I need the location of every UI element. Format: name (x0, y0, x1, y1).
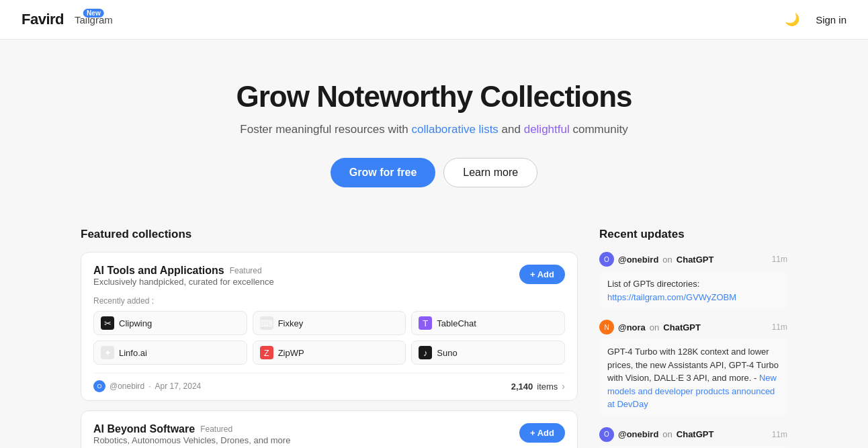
tool-name: Fixkey (278, 318, 304, 328)
badge-new: New (83, 9, 104, 17)
right-column: Recent updates O@onebird on ChatGPT11mLi… (599, 228, 787, 448)
update-collection-name: ChatGPT (663, 322, 701, 332)
nav-tailgram[interactable]: New Tailgram (75, 14, 113, 26)
collection-title-area: AI Tools and Applications Featured Exclu… (93, 265, 274, 294)
collection-card-ai-tools: AI Tools and Applications Featured Exclu… (81, 252, 578, 401)
hero-buttons: Grow for free Learn more (13, 158, 855, 187)
grow-for-free-button[interactable]: Grow for free (331, 158, 435, 187)
main-content: Featured collections AI Tools and Applic… (64, 214, 804, 448)
update-username: @onebird (618, 255, 658, 265)
update-avatar: O (599, 427, 614, 442)
learn-more-button[interactable]: Learn more (443, 158, 537, 187)
tool-grid-ai-tools: ✂Clipwing⌨FixkeyTTableChat✦Linfo.aiZZipW… (93, 311, 565, 365)
header-left: Favird New Tailgram (21, 11, 113, 28)
update-username: @onebird (618, 429, 658, 439)
highlight-collaborative: collaborative lists (411, 123, 498, 136)
collection-name-ai-tools: AI Tools and Applications (93, 265, 224, 277)
tool-name: Linfo.ai (119, 348, 147, 358)
tool-icon: Z (260, 346, 273, 359)
tool-name: Clipwing (119, 318, 152, 328)
highlight-delightful: delightful (524, 123, 570, 136)
update-item: O@onebird on ChatGPT11mIntroducing GPTs.… (599, 427, 787, 449)
tool-item[interactable]: ✦Linfo.ai (93, 341, 247, 365)
collection-footer-ai-tools: O @onebird · Apr 17, 2024 2,140 items › (93, 373, 565, 392)
add-button-ai-tools[interactable]: + Add (519, 265, 565, 284)
update-time: 11m (772, 430, 787, 439)
update-meta: O@onebird on ChatGPT11m (599, 252, 787, 267)
update-username: @nora (618, 322, 646, 332)
collection-card-ai-beyond: AI Beyond Software Featured Robotics, Au… (81, 410, 578, 448)
tool-icon: ✦ (101, 346, 114, 359)
left-column: Featured collections AI Tools and Applic… (81, 228, 578, 448)
update-meta: O@onebird on ChatGPT11m (599, 427, 787, 442)
item-count-ai-tools: 2,140 (511, 382, 533, 392)
tool-icon: T (419, 316, 432, 330)
header: Favird New Tailgram 🌙 Sign in (0, 0, 868, 40)
update-body: GPT-4 Turbo with 128K context and lower … (599, 339, 787, 418)
tool-item[interactable]: ZZipWP (253, 341, 406, 365)
update-link[interactable]: New models and developer products announ… (607, 373, 777, 409)
nav-tailgram-wrapper: New Tailgram (75, 14, 113, 26)
update-time: 11m (772, 255, 787, 264)
author-date-ai-tools: · (148, 382, 150, 391)
header-right: 🌙 Sign in (782, 9, 847, 30)
hero-section: Grow Noteworthy Collections Foster meani… (0, 40, 868, 214)
update-on: on (650, 322, 659, 332)
update-avatar: N (599, 320, 614, 334)
update-item: N@nora on ChatGPT11mGPT-4 Turbo with 128… (599, 320, 787, 418)
tool-name: ZipWP (278, 348, 304, 358)
collection-title-area-beyond: AI Beyond Software Featured Robotics, Au… (93, 423, 290, 448)
update-on: on (662, 429, 672, 439)
tool-name: TableChat (437, 318, 476, 328)
recently-added-ai-tools: Recently added : (93, 296, 565, 306)
collection-header-ai-beyond: AI Beyond Software Featured Robotics, Au… (93, 423, 565, 448)
tool-item[interactable]: ♪Suno (411, 341, 565, 365)
chevron-icon-ai-tools: › (562, 381, 565, 392)
featured-badge-ai-beyond: Featured (200, 424, 232, 434)
featured-badge-ai-tools: Featured (230, 266, 262, 275)
tool-name: Suno (437, 348, 457, 358)
add-button-ai-beyond[interactable]: + Add (519, 423, 565, 443)
author-avatar-ai-tools: O (93, 380, 105, 392)
tool-item[interactable]: ✂Clipwing (93, 311, 247, 335)
update-on: on (662, 255, 672, 265)
updates-list: O@onebird on ChatGPT11mList of GPTs dire… (599, 252, 787, 448)
update-collection-name: ChatGPT (677, 429, 714, 439)
update-link[interactable]: https://tailgram.com/GVWyZOBM (607, 292, 736, 302)
update-collection-name: ChatGPT (677, 255, 714, 265)
author-date-val-ai-tools: Apr 17, 2024 (155, 382, 202, 391)
tool-icon: ⌨ (260, 316, 273, 330)
author-name-ai-tools: @onebird (110, 382, 144, 391)
update-meta: N@nora on ChatGPT11m (599, 320, 787, 334)
tool-item[interactable]: ⌨Fixkey (253, 311, 406, 335)
collection-title-row-beyond: AI Beyond Software Featured (93, 423, 290, 435)
sign-in-button[interactable]: Sign in (816, 14, 847, 26)
collection-title-row: AI Tools and Applications Featured (93, 265, 274, 277)
update-item: O@onebird on ChatGPT11mList of GPTs dire… (599, 252, 787, 310)
collection-desc-ai-beyond: Robotics, Autonomous Vehicles, Drones, a… (93, 435, 290, 445)
featured-collections-title: Featured collections (81, 228, 578, 241)
update-avatar: O (599, 252, 614, 267)
collection-header-ai-tools: AI Tools and Applications Featured Exclu… (93, 265, 565, 294)
dark-mode-button[interactable]: 🌙 (782, 9, 802, 30)
hero-title: Grow Noteworthy Collections (13, 80, 855, 114)
logo[interactable]: Favird (21, 11, 64, 28)
update-time: 11m (772, 322, 787, 332)
collection-name-ai-beyond: AI Beyond Software (93, 423, 195, 435)
tool-icon: ♪ (419, 346, 432, 359)
tool-icon: ✂ (101, 316, 114, 330)
tool-item[interactable]: TTableChat (411, 311, 565, 335)
update-body: List of GPTs directories: https://tailgr… (599, 271, 787, 310)
footer-count-ai-tools: 2,140 items › (511, 381, 565, 392)
footer-author-ai-tools: O @onebird · Apr 17, 2024 (93, 380, 201, 392)
update-body: Introducing GPTs. You can now create cus… (599, 446, 787, 449)
recent-updates-title: Recent updates (599, 228, 787, 241)
collection-desc-ai-tools: Exclusively handpicked, curated for exce… (93, 277, 274, 287)
items-label-ai-tools: items (537, 382, 558, 392)
hero-subtitle: Foster meaningful resources with collabo… (13, 123, 855, 136)
